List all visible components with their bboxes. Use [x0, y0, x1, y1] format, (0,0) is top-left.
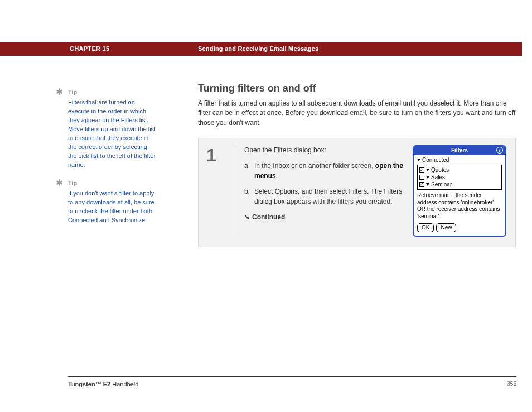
- chevron-down-icon: [426, 169, 429, 171]
- chevron-down-icon: [417, 159, 420, 161]
- filter-label: Sales: [431, 174, 445, 181]
- continued-indicator: ↘ Continued: [244, 212, 406, 222]
- chapter-label: CHAPTER 15: [70, 45, 109, 52]
- tip-block: ✱ Tip If you don't want a filter to appl…: [56, 179, 156, 225]
- step-box: 1 Open the Filters dialog box: a. In the…: [198, 138, 516, 247]
- step-sub-a: a. In the Inbox or on another folder scr…: [244, 161, 406, 181]
- page-footer: Tungsten™ E2 Handheld 356: [68, 381, 516, 387]
- filter-item[interactable]: ✓ Seminar: [419, 181, 500, 188]
- intro-paragraph: A filter that is turned on applies to al…: [198, 99, 516, 128]
- asterisk-icon: ✱: [56, 179, 63, 187]
- dialog-title: Filters i: [414, 146, 505, 155]
- info-icon[interactable]: i: [496, 147, 503, 154]
- step-lead: Open the Filters dialog box:: [244, 145, 406, 155]
- filters-dialog: Filters i Connected ✓ Quotes: [413, 145, 506, 237]
- dropdown-value: Connected: [422, 157, 449, 163]
- section-heading: Turning filters on and off: [198, 83, 516, 94]
- footer-rule: [68, 376, 516, 377]
- main-content: Turning filters on and off A filter that…: [198, 83, 516, 247]
- sub-post: .: [276, 172, 278, 180]
- filter-item[interactable]: ✓ Quotes: [419, 166, 500, 174]
- new-button[interactable]: New: [436, 223, 456, 232]
- step-instructions: Open the Filters dialog box: a. In the I…: [244, 145, 413, 237]
- asterisk-icon: ✱: [56, 88, 63, 96]
- tip-label: Tip: [68, 179, 156, 188]
- filter-item[interactable]: Sales: [419, 174, 500, 181]
- ok-button[interactable]: OK: [417, 223, 434, 232]
- step-number: 1: [206, 145, 235, 237]
- product-bold: Tungsten™ E2: [68, 381, 110, 387]
- filter-label: Seminar: [431, 181, 452, 188]
- step-sub-b: b. Select Options, and then select Filte…: [244, 186, 406, 207]
- sub-pre: In the Inbox or on another folder screen…: [254, 162, 375, 170]
- tip-text: Filters that are turned on execute in th…: [68, 98, 156, 170]
- page-number: 356: [507, 381, 516, 387]
- tip-block: ✱ Tip Filters that are turned on execute…: [56, 88, 156, 169]
- sidebar-tips: ✱ Tip Filters that are turned on execute…: [56, 88, 156, 235]
- arrow-down-right-icon: ↘: [244, 212, 250, 222]
- product-name: Tungsten™ E2 Handheld: [68, 381, 138, 387]
- filter-list: ✓ Quotes Sales ✓ Seminar: [417, 165, 502, 190]
- checkbox-icon[interactable]: ✓: [419, 167, 424, 173]
- chapter-header: CHAPTER 15 Sending and Receiving Email M…: [0, 42, 522, 56]
- chapter-title: Sending and Receiving Email Messages: [198, 45, 318, 52]
- mode-dropdown[interactable]: Connected: [417, 157, 502, 163]
- tip-label: Tip: [68, 88, 156, 97]
- dialog-title-text: Filters: [451, 147, 468, 154]
- sub-body: Select Options, and then select Filters.…: [254, 186, 406, 207]
- sub-label: b.: [244, 186, 254, 207]
- filter-description: Retrieve mail if the sender address cont…: [417, 192, 502, 220]
- chevron-down-icon: [426, 176, 429, 179]
- sub-label: a.: [244, 161, 254, 181]
- filter-label: Quotes: [431, 166, 449, 174]
- tip-text: If you don't want a filter to apply to a…: [68, 189, 156, 225]
- chevron-down-icon: [426, 183, 429, 186]
- product-rest: Handheld: [110, 381, 138, 387]
- checkbox-icon[interactable]: ✓: [419, 182, 424, 187]
- continued-label: Continued: [252, 212, 285, 222]
- checkbox-icon[interactable]: [419, 175, 424, 180]
